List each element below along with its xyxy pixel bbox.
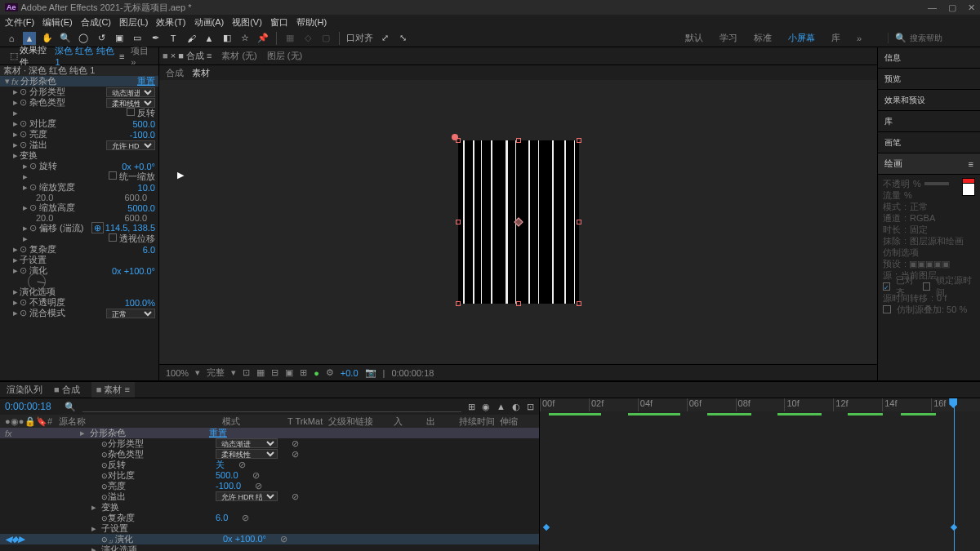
- ec-prop-14[interactable]: ▸子设置: [0, 255, 158, 265]
- tl-tab-footage[interactable]: ■ 素材 ≡: [91, 382, 135, 398]
- tl-row-6[interactable]: ⊙ 溢出允许 HDR 结果 ⊘: [0, 491, 539, 502]
- text-tool[interactable]: T: [167, 32, 180, 45]
- ws-lib[interactable]: 库: [831, 32, 840, 44]
- ec-prop-16[interactable]: ▸演化选项: [0, 287, 158, 297]
- tl-row-9[interactable]: ▸子设置: [0, 523, 539, 534]
- stamp-tool[interactable]: ▲: [203, 32, 216, 45]
- snap-checkbox[interactable]: 口对齐: [346, 32, 373, 44]
- ec-prop-9[interactable]: ▸⊙缩放宽度10.0: [0, 182, 158, 193]
- rect-tool[interactable]: ▭: [131, 32, 144, 45]
- tl-row-7[interactable]: ▸变换: [0, 502, 539, 513]
- menu-help[interactable]: 帮助(H): [296, 16, 327, 29]
- ec-prop-15[interactable]: ▸⊙演化0x +100.0°: [0, 265, 158, 276]
- vc-color-icon[interactable]: ●: [314, 368, 319, 378]
- vc-4[interactable]: ▣: [285, 367, 293, 378]
- timecode[interactable]: 0:00:00:18: [5, 401, 51, 412]
- keyframe-end[interactable]: [951, 524, 957, 531]
- vc-gear-icon[interactable]: ⚙: [326, 367, 334, 378]
- maximize-button[interactable]: ▢: [948, 2, 956, 13]
- tl-btn-5[interactable]: ⊡: [527, 402, 534, 412]
- menu-edit[interactable]: 编辑(E): [42, 16, 73, 29]
- eraser-tool[interactable]: ◧: [220, 32, 234, 45]
- comp-tab-footage[interactable]: 素材 (无): [221, 50, 256, 62]
- tl-btn-3[interactable]: ▲: [497, 402, 506, 411]
- ws-default[interactable]: 默认: [685, 32, 703, 44]
- ec-prop-12[interactable]: ▸透视位移: [0, 233, 158, 244]
- ec-prop-6[interactable]: ▸变换: [0, 150, 158, 161]
- ws-learn[interactable]: 学习: [719, 32, 737, 44]
- roto-tool[interactable]: ☆: [238, 32, 252, 45]
- camera-icon[interactable]: 📷: [365, 367, 376, 378]
- panel-info[interactable]: 信息: [878, 47, 980, 69]
- tl-row-5[interactable]: ⊙ 亮度-100.0 ⊘: [0, 481, 539, 491]
- menu-file[interactable]: 文件(F): [5, 16, 34, 29]
- lock-src-checkbox[interactable]: [923, 282, 930, 291]
- vc-5[interactable]: ⊞: [300, 367, 307, 378]
- vc-2[interactable]: ▦: [256, 367, 265, 378]
- menu-view[interactable]: 视图(V): [232, 16, 262, 29]
- vc-3[interactable]: ⊟: [271, 367, 278, 378]
- ec-prop-3[interactable]: ▸⊙对比度500.0: [0, 118, 158, 129]
- tl-row-1[interactable]: ⊙ 分形类型动态渐进 ⊘: [0, 438, 539, 449]
- ec-prop-4[interactable]: ▸⊙亮度-100.0: [0, 129, 158, 140]
- timecode-display[interactable]: 0:00:00:18: [391, 368, 434, 378]
- overlay-checkbox[interactable]: [883, 305, 891, 313]
- zoom-select[interactable]: 100%: [166, 368, 189, 378]
- timeline-search[interactable]: [82, 402, 461, 412]
- comp-tab-layer[interactable]: 图层 (无): [267, 50, 302, 62]
- menu-comp[interactable]: 合成(C): [81, 16, 111, 29]
- ec-prop-10[interactable]: ▸⊙缩放高度5000.0: [0, 202, 158, 213]
- ec-reset[interactable]: 重置: [137, 75, 155, 87]
- timeline-search-icon[interactable]: 🔍: [65, 402, 76, 412]
- minimize-button[interactable]: —: [928, 2, 937, 13]
- panel-lib[interactable]: 库: [878, 111, 980, 132]
- ws-more[interactable]: »: [857, 33, 862, 43]
- puppet-tool[interactable]: 📌: [256, 32, 270, 45]
- panel-effects[interactable]: 效果和预设: [878, 90, 980, 111]
- panel-preview[interactable]: 预览: [878, 69, 980, 90]
- snap-opt-1[interactable]: ⤢: [378, 32, 391, 45]
- ws-standard[interactable]: 标准: [754, 32, 772, 44]
- color-val[interactable]: +0.0: [341, 368, 359, 378]
- tl-btn-2[interactable]: ◉: [482, 402, 490, 412]
- bg-swatch[interactable]: [962, 183, 975, 196]
- ec-more[interactable]: 项目 »: [131, 45, 155, 67]
- menu-layer[interactable]: 图层(L): [119, 16, 148, 29]
- viewport[interactable]: ▶: [159, 80, 877, 364]
- ec-effect-header[interactable]: ▾ fx 分形杂色 重置: [0, 76, 158, 87]
- pen-tool[interactable]: ✒: [149, 32, 162, 45]
- ec-prop-17[interactable]: ▸⊙不透明度100.0%: [0, 297, 158, 308]
- res-select[interactable]: 完整: [207, 367, 225, 379]
- ec-prop-8[interactable]: ▸统一缩放: [0, 171, 158, 182]
- brush-tool[interactable]: 🖌: [185, 32, 198, 45]
- tl-row-8[interactable]: ⊙ 复杂度6.0 ⊘: [0, 513, 539, 523]
- ec-prop-18[interactable]: ▸⊙混合模式正常: [0, 308, 158, 318]
- menu-effect[interactable]: 效果(T): [156, 16, 185, 29]
- ws-small[interactable]: 小屏幕: [788, 32, 815, 44]
- comp-tab-comp[interactable]: ■ × ■ 合成 ≡: [163, 50, 212, 62]
- timeline-graph[interactable]: 00f 02f 04f 06f 08f 10f 12f 14f 16f: [540, 398, 980, 551]
- panel-paint[interactable]: 绘画 ≡: [878, 153, 980, 175]
- menu-anim[interactable]: 动画(A): [194, 16, 225, 29]
- tl-tab-comp[interactable]: ■ 合成: [54, 384, 80, 396]
- ec-prop-2[interactable]: ▸反转: [0, 108, 158, 118]
- close-button[interactable]: ✕: [968, 2, 975, 13]
- panel-brush[interactable]: 画笔: [878, 132, 980, 153]
- tl-row-3[interactable]: ⊙ 反转关 ⊘: [0, 460, 539, 470]
- tl-btn-4[interactable]: ◐: [512, 402, 520, 412]
- comp-sub-footage[interactable]: 素材: [192, 67, 210, 79]
- tl-tab-render[interactable]: 渲染队列: [7, 384, 42, 396]
- tl-row-11[interactable]: ▸演化选项: [0, 544, 539, 551]
- menu-window[interactable]: 窗口: [270, 16, 288, 29]
- tl-row-10[interactable]: ◀◆▶⊙ ⟓演化0x +100.0° ⊘: [0, 534, 539, 544]
- footage-preview[interactable]: [458, 140, 579, 304]
- tl-row-4[interactable]: ⊙ 对比度500.0 ⊘: [0, 470, 539, 481]
- tl-btn-1[interactable]: ⊞: [468, 402, 475, 412]
- aligned-checkbox[interactable]: [883, 282, 890, 291]
- comp-sub-comp[interactable]: 合成: [166, 67, 184, 79]
- tl-row-0[interactable]: fx▸分形杂色重置: [0, 428, 539, 438]
- time-ruler[interactable]: 00f 02f 04f 06f 08f 10f 12f 14f 16f: [540, 398, 980, 411]
- ec-prop-0[interactable]: ▸⊙分形类型动态渐进: [0, 87, 158, 97]
- keyframe-start[interactable]: [543, 524, 550, 531]
- search-input[interactable]: [910, 33, 975, 42]
